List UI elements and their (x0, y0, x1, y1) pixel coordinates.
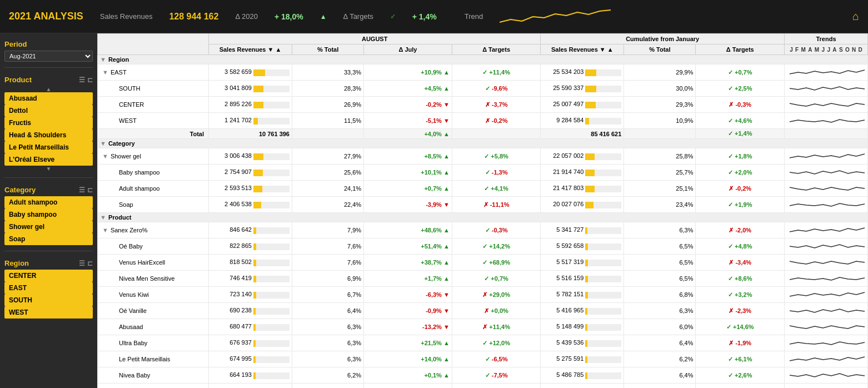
region-filter-section: Region ☰ ⊏ CENTEREASTSOUTHWEST (4, 257, 93, 319)
up-arrow-icon: ▲ (443, 169, 450, 176)
delta-2020-value: + 18,0% (275, 12, 303, 21)
down-arrow-icon: ▼ (443, 117, 450, 124)
cum-pct-value: 6,0% (624, 319, 696, 335)
row-name: Venus Kiwi (98, 287, 209, 303)
aug-pct-value: 28,3% (292, 81, 364, 97)
up-arrow-icon: ▲ (443, 69, 450, 76)
aug-pct-value: 6,3% (292, 335, 364, 351)
aug-targets-icon: ✓ -1,3% (452, 165, 541, 181)
main-table: AUGUST Cumulative from January Trends Sa… (97, 33, 868, 388)
cross-icon: ✗ (729, 307, 734, 314)
product-funnel-icon[interactable]: ⊏ (87, 76, 93, 84)
product-scroll-up[interactable]: ▲ (4, 86, 93, 92)
group-header-region: ▼Region (98, 55, 868, 64)
filter-btn-west[interactable]: WEST (4, 306, 93, 319)
table-row: Ultra Baby 676 937 6,3% +21,5% ▲ ✓ +12,0… (98, 335, 868, 351)
aug-targets-icon: ✓ +4,1% (452, 181, 541, 197)
aug-targets-icon: ✓ +12,0% (452, 335, 541, 351)
filter-btn-east[interactable]: EAST (4, 282, 93, 294)
aug-pct-value: 7,9% (292, 222, 364, 238)
up-arrow-icon: ▲ (443, 275, 450, 282)
filter-btn-south[interactable]: SOUTH (4, 294, 93, 306)
filter-btn-le-petit-marseillais[interactable]: Le Petit Marseillais (4, 141, 93, 153)
aug-july-value: -13,2% ▼ (364, 319, 452, 335)
up-arrow-icon: ▲ (443, 372, 450, 379)
row-expand-icon[interactable]: ▼ (102, 153, 108, 160)
cum-targets-cell: ✗ -3,4% (696, 255, 785, 271)
filter-btn-center[interactable]: CENTER (4, 270, 93, 282)
cum-sales-value: 5 416 965 (541, 303, 624, 319)
aug-sales-value: 818 502 (209, 255, 292, 271)
check-targets-icon: ✓ (390, 13, 396, 21)
cum-pct-value: 6,3% (624, 222, 696, 238)
table-row: Baby shampoo 2 754 907 25,6% +10,1% ▲ ✓ … (98, 165, 868, 181)
filter-btn-abusaad[interactable]: Abusaad (4, 92, 93, 105)
cum-sales-value: 5 341 727 (541, 222, 624, 238)
filter-btn-adult-shampoo[interactable]: Adult shampoo (4, 196, 93, 208)
filter-btn-l'oréal-elseve[interactable]: L'Oréal Elseve (4, 153, 93, 166)
period-select[interactable]: Aug-2021 (4, 51, 93, 62)
aug-sales-value: 3 582 659 (209, 64, 292, 81)
region-title: Region ☰ ⊏ (4, 257, 93, 270)
expand-icon[interactable]: ▼ (100, 56, 106, 63)
aug-july-value: +1,7% ▲ (364, 271, 452, 287)
aug-sales-value: 674 995 (209, 351, 292, 367)
cum-sales-value: 20 027 076 (541, 197, 624, 213)
check-icon: ✓ (728, 153, 733, 160)
product-list: AbusaadDettolFructisHead & ShouldersLe P… (4, 92, 93, 166)
aug-pct-value: 6,3% (292, 351, 364, 367)
category-funnel-icon[interactable]: ⊏ (87, 186, 93, 194)
filter-btn-head-&-shoulders[interactable]: Head & Shoulders (4, 129, 93, 141)
category-filter-icon[interactable]: ☰ (79, 186, 85, 194)
filter-btn-dettol[interactable]: Dettol (4, 105, 93, 117)
cum-pct-value: 29,3% (624, 97, 696, 113)
sales-revenues-label: Sales Revenues (100, 12, 153, 21)
aug-july-value: +38,7% ▲ (364, 255, 452, 271)
expand-icon[interactable]: ▼ (100, 140, 106, 147)
aug-sales-value: 630 973 (209, 384, 292, 389)
cum-targets-cell: ✗ -2,3% (696, 303, 785, 319)
cum-targets-cell: ✓ +2,0% (696, 165, 785, 181)
product-filter-icon[interactable]: ☰ (79, 76, 85, 84)
expand-icon[interactable]: ▼ (100, 214, 106, 221)
row-expand-icon[interactable]: ▼ (102, 227, 108, 233)
cum-sales-value: 9 284 584 (541, 113, 624, 129)
region-funnel-icon[interactable]: ⊏ (87, 260, 93, 267)
main-layout: Period Aug-2021 Product ☰ ⊏ ▲ AbusaadDet… (0, 33, 868, 388)
row-name: CENTER (98, 97, 209, 113)
cum-pct-value: 6,2% (624, 351, 696, 367)
cum-sales-value: 25 534 203 (541, 64, 624, 81)
filter-btn-fructis[interactable]: Fructis (4, 117, 93, 129)
row-name: Ultra Baby (98, 335, 209, 351)
app-title: 2021 ANALYSIS (9, 11, 83, 22)
filter-btn-shower-gel[interactable]: Shower gel (4, 221, 93, 233)
filter-btn-baby-shampoo[interactable]: Baby shampoo (4, 208, 93, 221)
check-icon: ✓ (728, 117, 733, 124)
cum-targets-cell: ✓ +11,4% (696, 384, 785, 389)
main-tbody: ▼Region ▼EAST 3 582 659 33,3% +10,9% ▲ ✓… (98, 55, 868, 389)
cum-pct-value: 25,8% (624, 148, 696, 165)
product-scroll-down[interactable]: ▼ (4, 166, 93, 172)
home-icon[interactable]: ⌂ (852, 10, 859, 23)
aug-july-value: +14,0% ▲ (364, 351, 452, 367)
check-icon: ✓ (728, 69, 733, 76)
months-row: JFMAMJJASOND (787, 47, 865, 53)
aug-pct-value: 11,5% (292, 113, 364, 129)
down-arrow-icon: ▼ (443, 307, 450, 314)
table-wrapper[interactable]: AUGUST Cumulative from January Trends Sa… (97, 33, 868, 388)
trend-sparkline-cell (785, 255, 868, 271)
row-name: Venus HairExcell (98, 255, 209, 271)
filter-btn-soap[interactable]: Soap (4, 233, 93, 245)
cum-targets-cell: ✓ +4,6% (696, 113, 785, 129)
group-header-category: ▼Category (98, 139, 868, 148)
aug-sales-value: 690 238 (209, 303, 292, 319)
cum-pct-value: 23,4% (624, 197, 696, 213)
aug-targets-icon: ✗ -0,2% (452, 113, 541, 129)
region-filter-icon[interactable]: ☰ (79, 260, 85, 267)
aug-targets-icon: ✓ +0,7% (452, 271, 541, 287)
aug-sales-value: 676 937 (209, 335, 292, 351)
cum-targets-cell: ✓ +3,2% (696, 287, 785, 303)
aug-targets-icon: ✗ -11,1% (452, 197, 541, 213)
row-expand-icon[interactable]: ▼ (102, 69, 108, 76)
trend-sparkline-cell (785, 64, 868, 81)
